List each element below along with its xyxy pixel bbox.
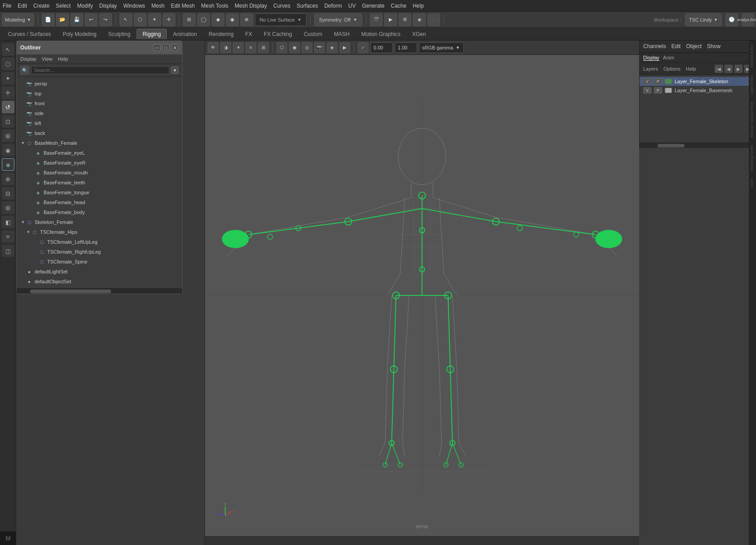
far-right-tab-attribute-spread[interactable]: Attribute Spread Sheet — [749, 98, 756, 142]
far-right-tab-layer-editor[interactable]: Layer Editor — [749, 71, 756, 98]
vp-gamma-dropdown[interactable]: sRGB gamma ▼ — [419, 42, 464, 53]
channels-header-show[interactable]: Show — [707, 43, 720, 49]
vp-shading-button[interactable]: ◑ — [220, 42, 231, 53]
tree-item-skeleton-female[interactable]: ▼ ⬡ Skeleton_Female — [17, 217, 182, 227]
outliner-close-button[interactable]: ✕ — [171, 44, 178, 51]
universal-manip-button[interactable]: ⊞ — [2, 130, 14, 142]
redo-button[interactable]: ↪ — [99, 13, 112, 26]
tab-curves-surfaces[interactable]: Curves / Surfaces — [3, 29, 56, 39]
layer-nav-prev-button[interactable]: ◀ — [725, 65, 733, 73]
snap-grid-button[interactable]: ⊞ — [183, 13, 196, 26]
menu-curves[interactable]: Curves — [273, 3, 290, 9]
menu-modify[interactable]: Modify — [77, 3, 93, 9]
render-settings-button[interactable]: ⚙ — [399, 13, 411, 26]
tab-fx[interactable]: FX — [240, 29, 258, 39]
tab-poly-modeling[interactable]: Poly Modeling — [57, 29, 102, 39]
tree-item-basefemale-eyel[interactable]: ◈ BaseFemale_eyeL — [17, 148, 182, 158]
layer-vis-v-skeleton[interactable]: V — [643, 78, 651, 85]
channels-scrollbar-thumb[interactable] — [658, 144, 685, 147]
rotate-tool-button[interactable]: ↺ — [2, 101, 14, 113]
outliner-maximize-button[interactable]: □ — [162, 44, 169, 51]
outliner-search-input[interactable] — [31, 66, 169, 74]
layer-tab-display[interactable]: Display — [643, 55, 659, 61]
vp-camera-button[interactable]: 📷 — [314, 42, 325, 53]
vp-lighting-button[interactable]: ☀ — [233, 42, 244, 53]
workspace-dropdown[interactable]: TSC Lindy ▼ — [685, 13, 722, 26]
outliner-filter-button[interactable]: ▼ — [171, 67, 178, 74]
menu-generate[interactable]: Generate — [362, 3, 384, 9]
tree-item-basefemale-eyer[interactable]: ◈ BaseFemale_eyeR — [17, 158, 182, 168]
layer-nav-next-button[interactable]: ▶ — [734, 65, 743, 73]
show-manip-button[interactable]: ⊕ — [2, 173, 14, 185]
tree-item-basefemale-mouth[interactable]: ◈ BaseFemale_mouth — [17, 168, 182, 178]
playblast-button[interactable]: 🎥 — [427, 13, 440, 26]
tree-item-basefemale-tongue[interactable]: ◈ BaseFemale_tongue — [17, 188, 182, 197]
vp-gamma-check-button[interactable]: ✓ — [358, 42, 369, 53]
vp-wireframe-button[interactable]: ⬡ — [276, 42, 287, 53]
tree-item-hips[interactable]: ▼ ⬡ TSCfemale_Hips — [17, 227, 182, 237]
menu-display[interactable]: Display — [99, 3, 117, 9]
tab-mash[interactable]: MASH — [329, 29, 355, 39]
outliner-minimize-button[interactable]: ─ — [153, 44, 160, 51]
tab-motion-graphics[interactable]: Motion Graphics — [356, 29, 406, 39]
menu-file[interactable]: File — [3, 3, 11, 9]
paint-select-button[interactable]: ✦ — [148, 13, 161, 26]
select-mode-button[interactable]: ↖ — [2, 43, 14, 56]
layers-sub-tab-layers[interactable]: Layers — [643, 66, 658, 71]
channels-header-object[interactable]: Object — [686, 43, 702, 49]
outliner-horizontal-scrollbar[interactable] — [17, 288, 182, 294]
save-file-button[interactable]: 💾 — [71, 13, 83, 26]
hypershade-button[interactable]: ◈ — [413, 13, 426, 26]
outliner-scrollbar-thumb[interactable] — [30, 290, 111, 293]
tab-rendering[interactable]: Rendering — [203, 29, 239, 39]
editor-button[interactable]: ≡ — [2, 230, 14, 243]
tab-xgen[interactable]: XGen — [407, 29, 431, 39]
snap-live-button[interactable]: ⊕ — [240, 13, 253, 26]
select-tool-button[interactable]: ↖ — [120, 13, 132, 26]
outliner-menu-view[interactable]: View — [42, 56, 53, 62]
vp-gamma-value[interactable]: 0.00 — [370, 42, 393, 53]
open-file-button[interactable]: 📂 — [56, 13, 69, 26]
outliner-menu-display[interactable]: Display — [20, 56, 36, 62]
time-icon-button[interactable]: 🕐 — [725, 13, 738, 26]
menu-windows[interactable]: Windows — [123, 3, 145, 9]
move-tool-side-button[interactable]: ✛ — [2, 86, 14, 99]
vp-isolate-button[interactable]: ◈ — [327, 42, 338, 53]
menu-mesh[interactable]: Mesh — [151, 3, 165, 9]
channels-horizontal-scrollbar[interactable] — [640, 143, 756, 148]
layer-row-female-basemesh[interactable]: V P Layer_Female_Basemesh — [640, 86, 756, 95]
tree-item-leftupleg[interactable]: ⬡ TSCfemale_LeftUpLeg — [17, 237, 182, 247]
menu-deform[interactable]: Deform — [324, 3, 342, 9]
menu-help[interactable]: Help — [413, 3, 424, 9]
tab-sculpting[interactable]: Sculpting — [103, 29, 136, 39]
tab-animation[interactable]: Animation — [168, 29, 202, 39]
vp-show-button[interactable]: ≡ — [245, 42, 256, 53]
paint-ops-button[interactable]: ✦ — [2, 72, 14, 85]
channels-header-edit[interactable]: Edit — [672, 43, 681, 49]
layer-row-female-skeleton[interactable]: V P Layer_Female_Skeleton — [640, 77, 756, 86]
viewport-canvas[interactable]: X Y Z persp — [205, 55, 639, 536]
snap-surface-button[interactable]: ◉ — [226, 13, 239, 26]
no-live-surface-dropdown[interactable]: No Live Surface ▼ — [255, 13, 307, 26]
grid-button[interactable]: ⊞ — [2, 201, 14, 214]
menu-select[interactable]: Select — [56, 3, 71, 9]
layer-nav-first-button[interactable]: |◀ — [715, 65, 723, 73]
menu-edit[interactable]: Edit — [18, 3, 27, 9]
menu-create[interactable]: Create — [33, 3, 49, 9]
lasso-select-button[interactable]: ⬡ — [134, 13, 147, 26]
outliner-menu-help[interactable]: Help — [58, 56, 68, 62]
outliner-search-icon-button[interactable]: 🔍 — [20, 66, 29, 75]
scale-tool-button[interactable]: ⊡ — [2, 115, 14, 128]
channels-header-channels[interactable]: Channels — [643, 43, 666, 49]
snap-point-button[interactable]: ◆ — [212, 13, 224, 26]
vp-xray-button[interactable]: ◎ — [302, 42, 312, 53]
far-right-tab-attribute-editor[interactable]: Attribute Editor — [749, 40, 756, 71]
new-file-button[interactable]: 📄 — [42, 13, 54, 26]
layer-tab-anim[interactable]: Anim — [663, 55, 674, 61]
snap-align-button[interactable]: ⊟ — [2, 187, 14, 200]
far-right-tab-xgen[interactable]: XGen — [749, 174, 756, 191]
tree-item-side[interactable]: 📷 side — [17, 108, 182, 118]
render-seq-button[interactable]: ▶ — [384, 13, 397, 26]
tab-fx-caching[interactable]: FX Caching — [258, 29, 298, 39]
tab-rigging[interactable]: Rigging — [137, 29, 167, 39]
